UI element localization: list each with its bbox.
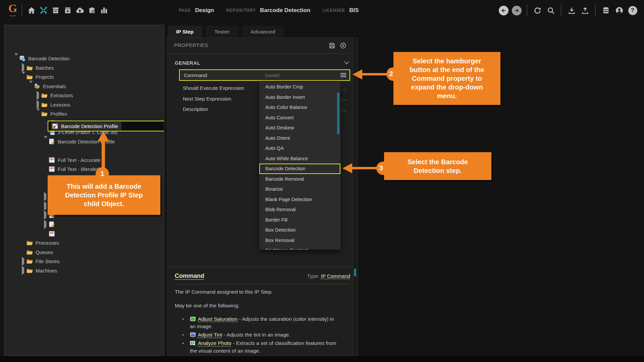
cloud-upload-icon[interactable] [74, 4, 86, 16]
ellipsis-button[interactable]: ... [341, 85, 347, 91]
arrow-shaft [361, 73, 388, 75]
expand-icon[interactable] [22, 65, 26, 71]
licensee-label: LICENSEE [323, 8, 345, 13]
collapse-icon[interactable] [22, 74, 26, 80]
tree-item[interactable]: Profiles [4, 109, 164, 119]
tree-item[interactable]: Queues [4, 248, 164, 257]
tree-item[interactable]: ABCFull Text - Accurate [4, 156, 164, 165]
dropdown-item[interactable]: Auto Orient [259, 133, 340, 143]
dropdown-item[interactable]: Blob Removal [259, 204, 340, 215]
collapse-icon[interactable] [44, 138, 49, 144]
tree-item-label: Profiles [50, 111, 67, 117]
tree-item[interactable]: Processes [4, 238, 164, 248]
tree-item-label: File Stores [36, 258, 60, 264]
dropdown-item[interactable]: Box Removal [259, 235, 340, 246]
process-box-icon[interactable] [62, 4, 74, 16]
command-link[interactable]: Adjust Tint [198, 332, 222, 338]
page-value[interactable]: Design [195, 7, 214, 14]
bottom-strip [0, 356, 644, 362]
dropdown-item[interactable]: Auto QA [259, 143, 340, 154]
collapse-icon[interactable] [14, 56, 19, 62]
tab-ip-step[interactable]: IP Step [168, 26, 202, 38]
general-section-header[interactable]: GENERAL [175, 58, 349, 67]
properties-scrollbar-thumb[interactable] [354, 268, 356, 277]
expand-icon[interactable] [44, 222, 49, 228]
property-help-panel: Command Type: IP Command The IP Command … [167, 267, 354, 356]
expand-icon[interactable] [22, 267, 26, 274]
dropdown-item[interactable]: Auto Color Balance [259, 102, 340, 113]
separator-dot: · [218, 8, 222, 13]
tree-item[interactable]: Machines [4, 266, 164, 276]
chevron-down-icon[interactable] [344, 60, 349, 66]
dropdown-item[interactable]: Blank Page Detection [259, 194, 340, 205]
tree-item[interactable]: Barcode Detection Profile [4, 137, 164, 146]
dropdown-item[interactable]: Border Fill [259, 215, 340, 225]
forward-icon[interactable] [512, 6, 522, 15]
tree-item[interactable]: ABCFull Text - Blended [4, 165, 164, 174]
tree-item[interactable]: File Stores [4, 257, 164, 266]
tree-item[interactable]: Batches [4, 63, 164, 73]
home-icon[interactable] [25, 4, 38, 16]
divider [527, 4, 527, 16]
tree-item[interactable]: Essentials [4, 82, 164, 91]
tools-icon[interactable] [38, 4, 50, 16]
expand-icon[interactable] [37, 93, 41, 99]
dropdown-list: Auto Border CropAuto Border InvertAuto C… [259, 82, 340, 250]
ellipsis-button[interactable]: ... [341, 96, 347, 102]
expand-icon[interactable] [37, 102, 41, 108]
command-bullet: Adjust Saturation - Adjusts the saturati… [181, 315, 338, 330]
dropdown-item[interactable]: Brightness Contrast [259, 245, 340, 250]
search-icon[interactable] [545, 5, 556, 16]
tab-advanced[interactable]: Advanced [242, 26, 284, 38]
back-icon[interactable] [499, 6, 508, 15]
tree-item[interactable]: Barcode Detection [4, 54, 164, 63]
hamburger-icon[interactable] [340, 73, 346, 77]
arrowhead-up-icon [98, 131, 109, 141]
tree-item[interactable] [4, 220, 164, 229]
save-icon[interactable] [329, 42, 335, 50]
tree-item[interactable]: Projects [4, 72, 164, 82]
dropdown-item[interactable]: Barcode Removal [259, 174, 340, 184]
repository-value[interactable]: Barcode Detection [260, 7, 310, 14]
dropdown-item[interactable]: Auto Deskew [259, 123, 340, 133]
tab-tester[interactable]: Tester [206, 26, 238, 38]
command-link[interactable]: Adjust Saturation [198, 316, 237, 322]
tree-item[interactable]: Lexicons [4, 100, 164, 110]
command-property-row[interactable]: Command (none) [179, 69, 350, 81]
collapse-icon[interactable] [37, 111, 41, 117]
batch-box-icon[interactable] [50, 4, 62, 16]
collapse-icon[interactable] [29, 83, 34, 89]
upload-icon[interactable] [579, 5, 591, 16]
refresh-icon[interactable] [532, 5, 543, 16]
command-bullet: Adjust Tint - Adjusts the tint in an ima… [181, 331, 338, 339]
help-title-link[interactable]: Command [175, 273, 204, 280]
type-value-link[interactable]: IP Command [321, 273, 350, 279]
dropdown-item[interactable]: Binarize [259, 184, 340, 194]
dropdown-item[interactable]: Barcode Detection [259, 164, 340, 174]
expand-icon[interactable] [22, 258, 26, 264]
dropdown-item[interactable]: Box Detection [259, 225, 340, 235]
dropdown-item[interactable]: Auto White Balance [259, 154, 340, 164]
ip-profile-icon [49, 221, 55, 228]
grooper-logo[interactable]: G [6, 3, 19, 18]
dropdown-item[interactable]: Auto Convert [259, 113, 340, 123]
separator-dot: · [314, 8, 319, 13]
user-icon[interactable] [613, 5, 625, 16]
database-icon[interactable] [600, 5, 611, 16]
close-icon[interactable] [340, 42, 346, 50]
help-icon[interactable]: ? [627, 5, 638, 16]
breadcrumb: PAGE Design · REPOSITORY Barcode Detecti… [179, 0, 359, 21]
job-clock-icon[interactable] [86, 4, 98, 16]
properties-scrollbar[interactable] [353, 38, 357, 356]
dropdown-scrollbar-thumb[interactable] [337, 93, 339, 134]
dropdown-item[interactable]: Auto Border Invert [259, 92, 340, 103]
download-icon[interactable] [566, 5, 577, 16]
command-link[interactable]: Analyze Photo [198, 340, 231, 346]
dropdown-item[interactable]: Auto Border Crop [259, 82, 340, 92]
type-label: Type: [307, 273, 320, 279]
stats-icon[interactable] [98, 4, 110, 16]
tree-item[interactable]: Extractors [4, 91, 164, 100]
ellipsis-button[interactable]: ... [341, 106, 347, 112]
tree-item-selected[interactable]: Barcode Detection Profile [48, 121, 164, 131]
tree-item[interactable]: ABC [4, 229, 164, 239]
